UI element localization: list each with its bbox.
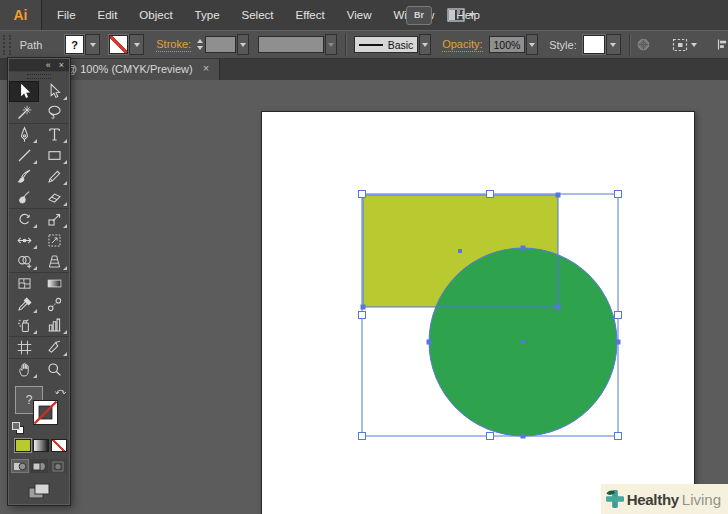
lasso-tool[interactable]	[39, 102, 69, 124]
draw-inside-button[interactable]	[49, 459, 67, 473]
lasso-icon	[46, 104, 63, 121]
pencil-tool[interactable]	[39, 166, 69, 187]
fill-dropdown-button[interactable]	[85, 34, 100, 55]
selection-tool[interactable]	[9, 81, 39, 102]
hand-tool[interactable]	[9, 359, 39, 380]
stroke-weight-stepper[interactable]	[197, 39, 203, 50]
draw-normal-button[interactable]	[11, 459, 29, 473]
menu-effect[interactable]: Effect	[285, 0, 336, 30]
line-icon	[16, 147, 33, 164]
gradient-button[interactable]	[33, 439, 49, 452]
selection-type-label: Path	[20, 39, 65, 51]
artboard	[261, 111, 695, 514]
color-button[interactable]	[15, 439, 31, 452]
symbol-sprayer-tool[interactable]	[9, 315, 39, 337]
eyedropper-tool[interactable]	[9, 294, 39, 315]
shape-builder-icon	[16, 253, 33, 270]
hand-icon	[16, 361, 33, 378]
stroke-dropdown-button[interactable]	[129, 34, 144, 55]
menu-type[interactable]: Type	[184, 0, 231, 30]
divider	[629, 34, 630, 56]
blob-brush-tool[interactable]	[9, 187, 39, 209]
perspective-grid-tool[interactable]	[39, 251, 69, 273]
controlbar-gripper[interactable]	[3, 35, 11, 55]
document-tab[interactable]: @ 100% (CMYK/Preview) ×	[56, 57, 220, 80]
style-control[interactable]	[583, 34, 621, 55]
menu-view[interactable]: View	[336, 0, 383, 30]
tools-panel-header[interactable]: « ×	[9, 59, 69, 72]
eraser-tool[interactable]	[39, 187, 69, 209]
magic-wand-tool[interactable]	[9, 102, 39, 124]
canvas-area[interactable]: Healthy Living	[0, 80, 728, 514]
panel-close-icon[interactable]: ×	[59, 60, 64, 70]
mesh-tool[interactable]	[9, 273, 39, 294]
style-swatch[interactable]	[583, 35, 605, 54]
rectangle-tool[interactable]	[39, 145, 69, 166]
menu-edit[interactable]: Edit	[87, 0, 129, 30]
fill-color-control[interactable]: ?	[65, 34, 100, 55]
pen-tool[interactable]	[9, 124, 39, 145]
menu-select[interactable]: Select	[231, 0, 285, 30]
select-similar-control[interactable]	[672, 38, 697, 52]
align-panel-icon[interactable]	[717, 37, 728, 52]
stroke-color-control[interactable]	[109, 34, 144, 55]
width-tool[interactable]	[9, 230, 39, 251]
draw-behind-button[interactable]	[30, 459, 48, 473]
variable-width-profile-dropdown[interactable]	[325, 34, 337, 55]
menu-object[interactable]: Object	[128, 0, 183, 30]
zoom-tool[interactable]	[39, 359, 69, 380]
gradient-tool[interactable]	[39, 273, 69, 294]
brush-definition-dropdown[interactable]	[419, 34, 431, 55]
opacity-dropdown[interactable]	[526, 34, 538, 55]
menu-bar: Ai FileEditObjectTypeSelectEffectViewWin…	[0, 0, 728, 31]
rotate-tool[interactable]	[9, 209, 39, 230]
none-button[interactable]	[51, 439, 67, 452]
stroke-indicator[interactable]	[33, 400, 58, 425]
stroke-weight-dropdown[interactable]	[237, 34, 249, 55]
free-transform-tool[interactable]	[39, 230, 69, 251]
brush-definition-field[interactable]: Basic	[354, 36, 419, 53]
tools-panel: « × ?	[8, 58, 70, 505]
workspace-caret-icon	[469, 13, 475, 17]
stroke-weight-label[interactable]: Stroke:	[156, 38, 191, 52]
line-segment-tool[interactable]	[9, 145, 39, 166]
workspace-switcher[interactable]	[447, 8, 475, 22]
paintbrush-tool[interactable]	[9, 166, 39, 187]
slice-tool[interactable]	[39, 337, 69, 359]
bridge-button[interactable]: Br	[406, 6, 432, 25]
variable-width-profile-field[interactable]	[258, 36, 324, 53]
fill-swatch[interactable]: ?	[65, 35, 84, 54]
type-tool[interactable]	[39, 124, 69, 145]
opacity-input[interactable]: 100%	[489, 36, 526, 53]
stroke-weight-input[interactable]	[205, 36, 236, 53]
column-graph-icon	[46, 317, 63, 334]
shape-builder-tool[interactable]	[9, 251, 39, 273]
slice-icon	[46, 339, 63, 356]
watermark: Healthy Living	[601, 484, 728, 514]
fill-stroke-indicator: ?	[9, 386, 69, 436]
tab-close-icon[interactable]: ×	[203, 63, 209, 74]
type-icon	[46, 126, 63, 143]
watermark-brand-light: Living	[682, 491, 721, 508]
swap-fill-stroke-icon[interactable]	[55, 386, 66, 396]
watermark-brand-bold: Healthy	[627, 491, 679, 508]
panel-gripper[interactable]	[9, 72, 69, 81]
direct-selection-tool[interactable]	[39, 81, 69, 102]
width-icon	[16, 232, 33, 249]
menu-file[interactable]: File	[46, 0, 87, 30]
screen-mode-button[interactable]	[26, 482, 52, 500]
artboard-tool[interactable]	[9, 337, 39, 359]
blend-tool[interactable]	[39, 294, 69, 315]
workspace-layout-icon	[447, 8, 465, 22]
arrow-filled-icon	[16, 83, 33, 100]
healthy-living-logo-icon	[603, 487, 627, 511]
panel-collapse-icon[interactable]: «	[46, 60, 51, 70]
stroke-swatch[interactable]	[109, 35, 128, 54]
recolor-artwork-icon[interactable]	[637, 36, 650, 53]
control-bar: Path ? Stroke: Basic Opacity: 100% Style…	[0, 30, 728, 59]
scale-tool[interactable]	[39, 209, 69, 230]
column-graph-tool[interactable]	[39, 315, 69, 337]
default-fill-stroke-icon[interactable]	[12, 422, 24, 434]
style-dropdown[interactable]	[606, 34, 621, 55]
opacity-label[interactable]: Opacity:	[442, 38, 482, 52]
